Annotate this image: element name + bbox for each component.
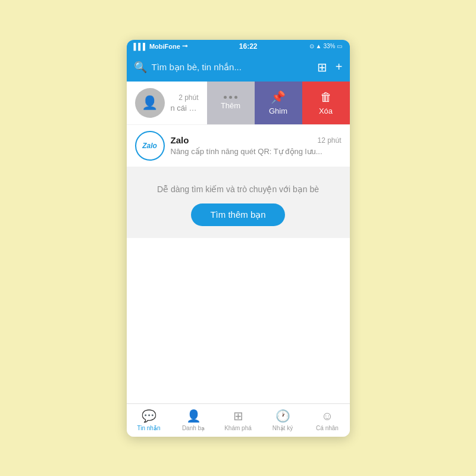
battery-icon: ▭ [337, 43, 342, 49]
status-right: ⊙ ▲ 33% ▭ [309, 43, 343, 49]
search-bar: 🔍 Tìm bạn bè, tin nhắn... ⊞ + [127, 53, 350, 82]
search-right-icons: ⊞ + [317, 60, 343, 74]
tin-nhan-icon: 💬 [142, 409, 156, 423]
ca-nhan-icon: ☺ [321, 409, 333, 423]
nav-item-nhat-ky[interactable]: 🕐 Nhật ký [261, 404, 305, 437]
them-label: Thêm [221, 101, 240, 110]
ghim-button[interactable]: 📌 Ghim [255, 82, 302, 124]
kham-pha-icon: ⊞ [233, 409, 243, 423]
find-friends-text: Dễ dàng tìm kiếm và trò chuyện với bạn b… [157, 184, 319, 194]
nhat-ky-icon: 🕐 [275, 409, 290, 423]
conversation-header-1: 2 phút [171, 93, 199, 102]
zalo-preview: Nâng cấp tính năng quét QR: Tự động lưu.… [171, 147, 342, 156]
avatar-1: 👤 [135, 88, 165, 118]
danh-ba-label: Danh bạ [182, 425, 205, 431]
ghim-label: Ghim [269, 107, 287, 115]
conversation-item-1[interactable]: 👤 2 phút n cái gì đại qa Zalo đi... [127, 82, 207, 124]
qr-icon[interactable]: ⊞ [317, 60, 327, 74]
zalo-name: Zalo [171, 135, 189, 145]
kham-pha-label: Khám phá [224, 425, 252, 431]
conversation-list: 👤 2 phút n cái gì đại qa Zalo đi... [127, 82, 350, 403]
nhat-ky-label: Nhật ký [273, 425, 293, 431]
them-button[interactable]: Thêm [207, 82, 255, 124]
zalo-conversation-row[interactable]: Zalo Zalo 12 phút Nâng cấp tính năng qué… [127, 124, 350, 167]
add-icon[interactable]: + [336, 60, 343, 74]
ghim-icon: 📌 [271, 90, 286, 104]
nav-item-tin-nhan[interactable]: 💬 Tin nhắn [127, 404, 171, 437]
dots-icon [224, 96, 237, 99]
conversation-preview-1: n cái gì đại qa Zalo đi... [171, 104, 199, 112]
bottom-nav: 💬 Tin nhắn 👤 Danh bạ ⊞ Khám phá 🕐 Nhật k… [127, 403, 350, 437]
search-input[interactable]: Tìm bạn bè, tin nhắn... [152, 62, 312, 73]
status-bar: ▌▌▌ MobiFone ⊸ 16:22 ⊙ ▲ 33% ▭ [127, 40, 350, 53]
swipe-actions: Thêm 📌 Ghim 🗑 Xóa [207, 82, 350, 124]
status-carrier: ▌▌▌ MobiFone ⊸ [134, 42, 187, 50]
swipe-row: 👤 2 phút n cái gì đại qa Zalo đi... [127, 82, 350, 124]
nav-item-ca-nhan[interactable]: ☺ Cá nhân [305, 404, 350, 437]
xoa-button[interactable]: 🗑 Xóa [302, 82, 350, 124]
xoa-icon: 🗑 [320, 90, 332, 104]
search-icon[interactable]: 🔍 [134, 61, 147, 74]
nav-item-kham-pha[interactable]: ⊞ Khám phá [216, 404, 261, 437]
zalo-content: Zalo 12 phút Nâng cấp tính năng quét QR:… [171, 135, 342, 156]
phone-frame: ▌▌▌ MobiFone ⊸ 16:22 ⊙ ▲ 33% ▭ 🔍 Tìm bạn… [127, 40, 350, 437]
status-time: 16:22 [239, 42, 258, 51]
conversation-time-1: 2 phút [178, 93, 198, 102]
ca-nhan-label: Cá nhân [316, 425, 339, 431]
battery-level: 33% [323, 43, 335, 49]
find-friends-button[interactable]: Tìm thêm bạn [191, 203, 284, 226]
find-friends-section: Dễ dàng tìm kiếm và trò chuyện với bạn b… [127, 167, 350, 238]
xoa-label: Xóa [319, 107, 333, 115]
zalo-avatar: Zalo [135, 131, 165, 161]
zalo-time: 12 phút [317, 136, 341, 145]
tin-nhan-label: Tin nhắn [137, 425, 161, 431]
conversation-content-1: 2 phút n cái gì đại qa Zalo đi... [171, 93, 199, 112]
zalo-header: Zalo 12 phút [171, 135, 342, 145]
danh-ba-icon: 👤 [186, 409, 201, 423]
nav-item-danh-ba[interactable]: 👤 Danh bạ [171, 404, 216, 437]
signal-icon: ▲ [316, 43, 322, 49]
location-icon: ⊙ [309, 43, 314, 49]
